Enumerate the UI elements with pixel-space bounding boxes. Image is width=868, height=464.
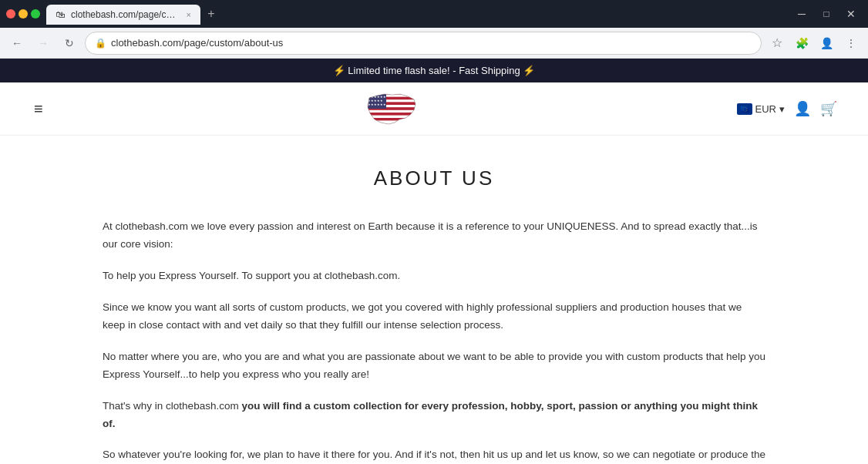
currency-dropdown-icon: ▾ xyxy=(779,103,785,115)
address-security-icon: 🔒 xyxy=(95,38,106,49)
restore-btn[interactable]: □ xyxy=(816,3,837,25)
currency-flag: 🇪🇺 xyxy=(737,103,752,115)
forward-btn[interactable]: → xyxy=(32,32,54,54)
back-btn[interactable]: ← xyxy=(6,32,28,54)
header-right: 🇪🇺 EUR ▾ 👤 🛒 xyxy=(737,100,837,117)
announcement-text: ⚡ Limited time flash sale! - Fast Shippi… xyxy=(333,65,536,76)
address-text: clothebash.com/page/custom/about-us xyxy=(111,37,752,49)
svg-rect-7 xyxy=(365,110,418,113)
paragraph-6: So whatever you're looking for, we plan … xyxy=(103,446,765,464)
cart-btn[interactable]: 🛒 xyxy=(820,100,837,117)
extensions-btn[interactable]: 🧩 xyxy=(791,32,812,54)
paragraph-3: Since we know you want all sorts of cust… xyxy=(103,299,765,335)
announcement-bar: ⚡ Limited time flash sale! - Fast Shippi… xyxy=(0,59,868,82)
hamburger-menu-btn[interactable]: ≡ xyxy=(31,97,46,121)
user-account-btn[interactable]: 👤 xyxy=(794,100,811,117)
menu-btn[interactable]: ⋮ xyxy=(840,32,862,54)
close-btn[interactable]: ✕ xyxy=(840,3,862,25)
currency-selector-btn[interactable]: 🇪🇺 EUR ▾ xyxy=(737,103,785,115)
browser-chrome: 🛍 clothebash.com/page/custom/... × + ─ □… xyxy=(0,0,868,59)
refresh-btn[interactable]: ↻ xyxy=(59,32,80,54)
svg-rect-10 xyxy=(365,118,418,120)
active-tab[interactable]: 🛍 clothebash.com/page/custom/... × xyxy=(46,5,200,25)
address-bar[interactable]: 🔒 clothebash.com/page/custom/about-us xyxy=(85,32,762,55)
header-left: ≡ xyxy=(31,97,46,121)
paragraph-1: At clothebash.com we love every passion … xyxy=(103,218,765,254)
maximize-window-btn[interactable] xyxy=(31,9,40,18)
bookmark-btn[interactable]: ☆ xyxy=(766,32,788,54)
minimize-window-btn[interactable] xyxy=(19,9,28,18)
paragraph-4: No matter where you are, who you are and… xyxy=(103,348,765,384)
tab-favicon: 🛍 xyxy=(56,9,65,20)
tab-title: clothebash.com/page/custom/... xyxy=(71,9,180,20)
website: ⚡ Limited time flash sale! - Fast Shippi… xyxy=(0,59,868,464)
close-window-btn[interactable] xyxy=(6,9,15,18)
window-controls[interactable] xyxy=(6,9,40,18)
content-section: At clothebash.com we love every passion … xyxy=(103,218,765,464)
main-content: ABOUT US At clothebash.com we love every… xyxy=(87,136,781,464)
currency-label: EUR xyxy=(755,103,776,115)
new-tab-btn[interactable]: + xyxy=(200,3,222,25)
svg-rect-11 xyxy=(365,120,418,126)
profile-btn[interactable]: 👤 xyxy=(816,32,837,54)
minimize-btn[interactable]: ─ xyxy=(791,3,812,25)
svg-text:★★★★★★: ★★★★★★ xyxy=(368,103,386,106)
site-header: ≡ xyxy=(0,82,868,136)
paragraph-2: To help you Express Yourself. To support… xyxy=(103,267,765,285)
window-actions: ─ □ ✕ xyxy=(791,3,862,25)
logo-flag-svg: ★★★★★★ ★★★★★ ★★★★★★ xyxy=(365,92,418,126)
browser-titlebar: 🛍 clothebash.com/page/custom/... × + ─ □… xyxy=(0,0,868,28)
site-logo[interactable]: ★★★★★★ ★★★★★ ★★★★★★ xyxy=(365,92,418,126)
browser-nav: ← → ↻ 🔒 clothebash.com/page/custom/about… xyxy=(0,28,868,59)
browser-tabs: 🛍 clothebash.com/page/custom/... × + xyxy=(46,3,785,25)
page-title: ABOUT US xyxy=(103,166,765,190)
nav-actions: ☆ 🧩 👤 ⋮ xyxy=(766,32,862,54)
tab-close-btn[interactable]: × xyxy=(187,10,191,19)
paragraph-5: That's why in clothebash.com you will fi… xyxy=(103,398,765,433)
